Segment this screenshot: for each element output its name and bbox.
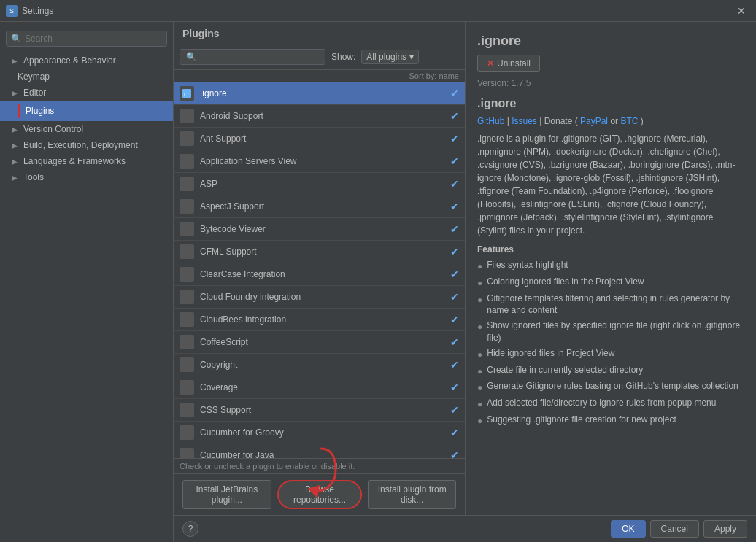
- plugin-icon: [180, 312, 194, 327]
- plugin-checkbox[interactable]: ✔: [450, 382, 459, 393]
- plugin-item-coffeescript[interactable]: CoffeeScript ✔: [174, 331, 465, 354]
- plugin-item-ignore[interactable]: i .ignore ✔: [174, 82, 465, 105]
- paypal-link[interactable]: PayPal: [580, 116, 608, 126]
- sidebar-item-editor[interactable]: ▶ Editor: [0, 85, 173, 101]
- feature-text: Coloring ignored files in the Project Vi…: [487, 276, 644, 288]
- show-dropdown[interactable]: All plugins ▾: [361, 50, 419, 64]
- plugin-icon: [180, 177, 194, 191]
- plugin-checkbox[interactable]: ✔: [450, 427, 459, 438]
- plugin-icon: [180, 267, 194, 282]
- sidebar: 🔍 ▶ Appearance & Behavior Keymap ▶ Edito…: [0, 22, 174, 542]
- show-value: All plugins: [366, 52, 406, 62]
- plugin-name: Application Servers View: [200, 156, 444, 166]
- sidebar-item-build[interactable]: ▶ Build, Execution, Deployment: [0, 137, 173, 153]
- plugin-checkbox[interactable]: ✔: [450, 359, 459, 371]
- cancel-button[interactable]: Cancel: [650, 520, 699, 538]
- chevron-down-icon: ▾: [409, 52, 414, 62]
- btc-link[interactable]: BTC: [620, 116, 638, 126]
- plugin-item-copyright[interactable]: Copyright ✔: [174, 354, 465, 376]
- plugin-item-clearcase[interactable]: ClearCase Integration ✔: [174, 263, 465, 286]
- plugin-checkbox[interactable]: ✔: [450, 88, 459, 99]
- plugin-icon: [180, 425, 194, 440]
- hint-text: Check or uncheck a plugin to enable or d…: [174, 458, 465, 473]
- sidebar-item-label: Editor: [23, 88, 46, 98]
- sidebar-item-appearance[interactable]: ▶ Appearance & Behavior: [0, 53, 173, 69]
- install-jetbrains-button[interactable]: Install JetBrains plugin...: [182, 480, 271, 509]
- plugin-item-css[interactable]: CSS Support ✔: [174, 399, 465, 422]
- plugin-item-cucumber-groovy[interactable]: Cucumber for Groovy ✔: [174, 422, 465, 444]
- plugin-name: Bytecode Viewer: [200, 224, 444, 234]
- plugin-checkbox[interactable]: ✔: [450, 336, 459, 348]
- issues-link[interactable]: Issues: [512, 116, 537, 126]
- github-link[interactable]: GitHub: [477, 116, 504, 126]
- sidebar-item-label: Build, Execution, Deployment: [23, 140, 138, 150]
- sidebar-item-tools[interactable]: ▶ Tools: [0, 169, 173, 185]
- feature-item: ●Coloring ignored files in the Project V…: [477, 276, 744, 290]
- plugin-item-appservers[interactable]: Application Servers View ✔: [174, 150, 465, 173]
- plugin-item-asp[interactable]: ASP ✔: [174, 173, 465, 195]
- install-from-disk-button[interactable]: Install plugin from disk...: [368, 480, 456, 509]
- help-button[interactable]: ?: [182, 521, 198, 537]
- sidebar-search-input[interactable]: [25, 34, 162, 44]
- ok-button[interactable]: OK: [611, 520, 645, 538]
- uninstall-button[interactable]: ✕ Uninstall: [477, 55, 540, 72]
- plugin-checkbox[interactable]: ✔: [450, 133, 459, 144]
- plugin-links: GitHub | Issues | Donate ( PayPal or BTC…: [477, 116, 744, 126]
- svg-rect-5: [182, 179, 192, 189]
- arrow-icon: ▶: [12, 57, 18, 65]
- plugin-item-cucumber-java[interactable]: Cucumber for Java ✔: [174, 444, 465, 458]
- plugin-item-cloudfoundry[interactable]: Cloud Foundry integration ✔: [174, 286, 465, 309]
- plugin-checkbox[interactable]: ✔: [450, 291, 459, 303]
- apply-button[interactable]: Apply: [703, 520, 747, 538]
- plugin-checkbox[interactable]: ✔: [450, 314, 459, 325]
- plugin-search-input[interactable]: [200, 52, 302, 62]
- arrow-icon: ▶: [12, 89, 18, 97]
- plugin-icon: [180, 222, 194, 236]
- plugin-checkbox[interactable]: ✔: [450, 404, 459, 416]
- bullet-icon: ●: [477, 415, 482, 427]
- svg-rect-2: [182, 111, 192, 121]
- plugin-checkbox[interactable]: ✔: [450, 223, 459, 235]
- browse-repositories-button[interactable]: Browse repositories...: [277, 480, 363, 509]
- sidebar-item-version-control[interactable]: ▶ Version Control: [0, 121, 173, 137]
- svg-rect-3: [182, 133, 192, 144]
- sidebar-search[interactable]: 🔍: [6, 31, 167, 47]
- plugin-icon: [180, 448, 194, 458]
- plugin-item-coverage[interactable]: Coverage ✔: [174, 376, 465, 399]
- title-bar: S Settings ✕: [0, 0, 756, 22]
- feature-item: ●Gitignore templates filtering and selec…: [477, 293, 744, 317]
- sidebar-item-keymap[interactable]: Keymap: [0, 69, 173, 85]
- feature-item: ●Files syntax highlight: [477, 259, 744, 273]
- sidebar-item-languages[interactable]: ▶ Languages & Frameworks: [0, 153, 173, 169]
- plugin-item-cfml[interactable]: CFML Support ✔: [174, 241, 465, 263]
- plugin-checkbox[interactable]: ✔: [450, 201, 459, 212]
- plugin-icon: [180, 199, 194, 214]
- feature-item: ●Show ignored files by specified ignore …: [477, 320, 744, 344]
- plugin-checkbox[interactable]: ✔: [450, 110, 459, 122]
- feature-text: Generate Gitignore rules basing on GitHu…: [487, 380, 738, 392]
- plugin-checkbox[interactable]: ✔: [450, 268, 459, 280]
- plugins-area: Plugins 🔍 Show: All plugins ▾ Sort by: n…: [174, 22, 756, 515]
- svg-rect-16: [182, 427, 192, 438]
- plugin-item-bytecode[interactable]: Bytecode Viewer ✔: [174, 218, 465, 241]
- sidebar-item-plugins[interactable]: Plugins: [0, 101, 173, 121]
- plugin-checkbox[interactable]: ✔: [450, 178, 459, 190]
- uninstall-label: Uninstall: [497, 58, 531, 69]
- plugin-checkbox[interactable]: ✔: [450, 155, 459, 167]
- plugin-icon: [180, 290, 194, 304]
- plugin-search-bar: 🔍 Show: All plugins ▾: [174, 44, 465, 70]
- plugin-checkbox[interactable]: ✔: [450, 246, 459, 258]
- plugin-checkbox[interactable]: ✔: [450, 449, 459, 458]
- plugin-search-field[interactable]: 🔍: [180, 49, 325, 65]
- close-button[interactable]: ✕: [733, 4, 750, 18]
- bullet-icon: ●: [477, 398, 482, 411]
- feature-item: ●Add selected file/directory to ignore r…: [477, 397, 744, 411]
- plugin-item-ant[interactable]: Ant Support ✔: [174, 128, 465, 150]
- svg-rect-17: [182, 450, 192, 458]
- plugin-icon: [180, 154, 194, 169]
- plugin-item-aspectj[interactable]: AspectJ Support ✔: [174, 195, 465, 218]
- arrow-icon: ▶: [12, 142, 18, 150]
- svg-rect-15: [182, 405, 192, 415]
- plugin-item-cloudbees[interactable]: CloudBees integration ✔: [174, 309, 465, 331]
- plugin-item-android[interactable]: Android Support ✔: [174, 105, 465, 128]
